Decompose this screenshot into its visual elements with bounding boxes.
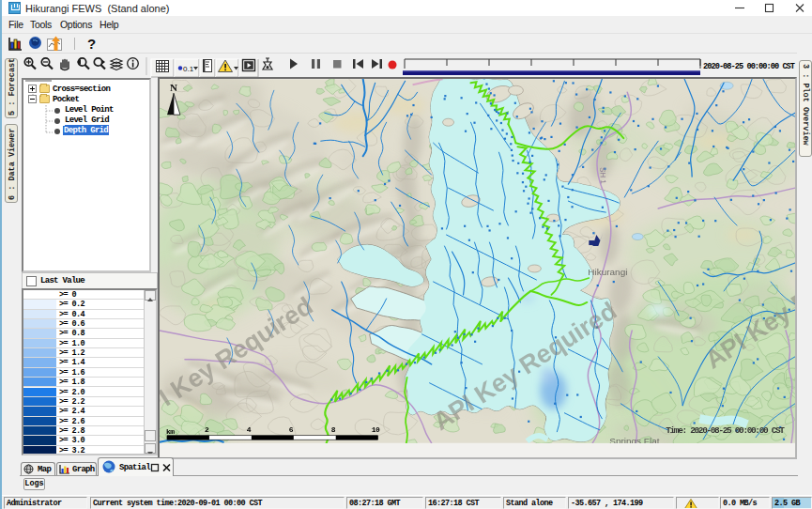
svg-text:4: 4 [247,425,252,434]
svg-text:km: km [166,427,175,436]
svg-text:2020-08-25 00:00:00 CST: 2020-08-25 00:00:00 CST [703,62,795,71]
svg-text:2: 2 [205,425,209,434]
svg-text:8: 8 [331,425,336,434]
svg-text:Hikurangi: Hikurangi [588,267,627,277]
svg-text:N: N [170,82,177,93]
svg-text:Time: 2020-08-25 00:00:00 CST: Time: 2020-08-25 00:00:00 CST [666,425,785,436]
svg-text:SH 1: SH 1 [598,167,607,185]
svg-text:10: 10 [372,425,380,434]
svg-text:Springs Flat: Springs Flat [609,436,659,443]
svg-text:6: 6 [289,425,294,434]
svg-text:0.1: 0.1 [183,65,194,73]
svg-text:?: ? [87,36,96,52]
